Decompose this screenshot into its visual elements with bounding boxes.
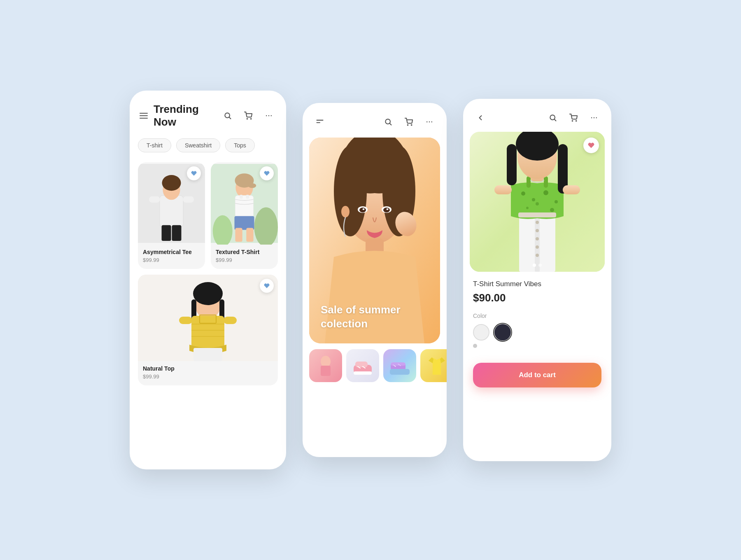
- product-card-2[interactable]: Textured T-Shirt $99.99: [211, 162, 278, 269]
- color-dot: [473, 344, 477, 348]
- add-to-cart-button[interactable]: Add to cart: [473, 363, 601, 387]
- heart-btn-right[interactable]: [583, 138, 599, 153]
- right-product-price: $90.00: [473, 292, 601, 304]
- left-phone: Trending Now: [130, 91, 286, 469]
- center-search-icon[interactable]: [381, 114, 396, 129]
- svg-point-84: [536, 221, 539, 224]
- svg-point-46: [411, 125, 412, 126]
- color-label: Color: [473, 313, 601, 319]
- thumb-2[interactable]: [346, 349, 379, 382]
- svg-point-59: [359, 208, 366, 212]
- center-cart-icon[interactable]: [401, 114, 416, 129]
- color-swatch-white[interactable]: [473, 324, 489, 341]
- product-price-3: $99.99: [143, 373, 273, 380]
- right-header: [463, 99, 611, 132]
- product-price-1: $99.99: [143, 257, 200, 263]
- svg-point-95: [536, 202, 539, 205]
- header-icons: [220, 108, 276, 123]
- right-product-image[interactable]: [470, 132, 605, 272]
- svg-line-74: [555, 119, 556, 121]
- svg-point-20: [248, 183, 256, 188]
- right-header-icons: [545, 110, 601, 125]
- svg-point-47: [426, 121, 428, 123]
- svg-point-60: [383, 208, 390, 212]
- more-icon[interactable]: [261, 108, 276, 123]
- product-price-2: $99.99: [216, 257, 273, 263]
- svg-rect-21: [235, 196, 253, 217]
- filter-tops[interactable]: Tops: [225, 138, 255, 152]
- product-card-1[interactable]: Asymmetrical Tee $99.99: [138, 162, 205, 269]
- svg-rect-103: [494, 185, 512, 194]
- svg-point-76: [576, 121, 577, 121]
- heart-btn-1[interactable]: [187, 166, 201, 180]
- dot-1: [533, 264, 536, 267]
- svg-rect-66: [321, 366, 331, 376]
- filter-tshirt[interactable]: T-shirt: [138, 138, 171, 152]
- thumb-4[interactable]: [420, 349, 447, 382]
- svg-point-62: [387, 208, 389, 210]
- product-name-3: Natural Top: [143, 365, 273, 372]
- svg-point-91: [543, 190, 548, 195]
- svg-point-94: [550, 208, 554, 212]
- svg-rect-96: [527, 176, 531, 188]
- product-info-3: Natural Top $99.99: [138, 361, 278, 385]
- right-search-icon[interactable]: [545, 110, 560, 125]
- right-phone: T-Shirt Summer Vibes $90.00 Color Add to…: [463, 99, 611, 461]
- heart-btn-3[interactable]: [260, 279, 274, 293]
- svg-point-6: [271, 115, 272, 117]
- svg-point-2: [247, 119, 248, 119]
- svg-rect-104: [563, 185, 580, 194]
- svg-point-86: [536, 237, 539, 240]
- cart-icon[interactable]: [241, 108, 256, 123]
- center-header: [303, 103, 447, 138]
- center-more-icon[interactable]: [422, 114, 437, 129]
- svg-rect-24: [235, 216, 254, 230]
- svg-rect-38: [179, 317, 192, 324]
- svg-point-4: [266, 115, 267, 117]
- dot-2: [538, 264, 542, 267]
- heart-btn-2[interactable]: [260, 166, 274, 180]
- svg-line-1: [229, 117, 231, 119]
- svg-point-64: [341, 206, 350, 217]
- product-image-3: [138, 275, 278, 361]
- thumb-3[interactable]: [383, 349, 416, 382]
- center-menu-icon[interactable]: [312, 114, 327, 129]
- svg-point-93: [526, 207, 529, 209]
- product-grid: Asymmetrical Tee $99.99: [138, 162, 278, 385]
- center-hero[interactable]: Sale of summer colection: [309, 138, 440, 343]
- svg-rect-14: [172, 225, 181, 241]
- svg-rect-69: [354, 371, 372, 375]
- svg-rect-22: [240, 195, 243, 199]
- svg-point-77: [591, 117, 592, 119]
- svg-point-49: [431, 121, 433, 123]
- svg-point-79: [596, 117, 597, 119]
- menu-icon[interactable]: [140, 113, 148, 119]
- svg-rect-25: [235, 228, 242, 242]
- svg-rect-33: [191, 316, 224, 349]
- svg-rect-72: [391, 362, 405, 366]
- hero-text: Sale of summer colection: [321, 303, 401, 331]
- product-card-3[interactable]: Natural Top $99.99: [138, 275, 278, 385]
- right-cart-icon[interactable]: [566, 110, 581, 125]
- thumb-1[interactable]: [309, 349, 342, 382]
- svg-point-65: [321, 356, 331, 367]
- svg-point-92: [555, 200, 558, 203]
- svg-point-85: [536, 229, 539, 232]
- svg-point-88: [536, 254, 539, 257]
- right-more-icon[interactable]: [587, 110, 601, 125]
- svg-point-89: [521, 191, 525, 196]
- svg-point-45: [408, 125, 408, 126]
- svg-rect-23: [246, 195, 249, 199]
- svg-rect-8: [160, 196, 184, 227]
- product-name-1: Asymmetrical Tee: [143, 249, 200, 255]
- search-icon[interactable]: [220, 108, 235, 123]
- svg-point-5: [268, 115, 270, 117]
- filter-sweatshirt[interactable]: Sweatshirt: [176, 138, 220, 152]
- svg-rect-26: [246, 228, 253, 242]
- svg-rect-68: [355, 362, 368, 367]
- back-button[interactable]: [473, 110, 488, 125]
- svg-line-44: [390, 124, 391, 125]
- color-swatch-black[interactable]: [494, 324, 511, 341]
- svg-point-75: [572, 121, 573, 121]
- svg-point-10: [162, 175, 181, 191]
